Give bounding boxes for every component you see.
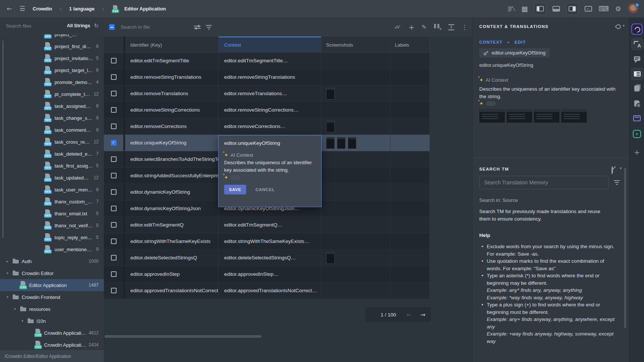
identifier-cell[interactable]: editor.approvedInStep bbox=[125, 266, 219, 282]
file-item[interactable]: task_assigned_… 8 bbox=[0, 100, 104, 112]
screenshots-cell[interactable] bbox=[321, 102, 390, 118]
expand-arrow-icon[interactable]: ▾ bbox=[5, 295, 10, 299]
sidebar-scrollbar[interactable] bbox=[2, 40, 4, 238]
toggle-bottom-panel-button[interactable] bbox=[552, 6, 560, 12]
row-checkbox[interactable] bbox=[111, 124, 117, 129]
more-options-icon[interactable]: ⋮ bbox=[461, 24, 468, 31]
row-checkbox[interactable] bbox=[111, 58, 117, 63]
approve-all-icon[interactable]: ✓✓ bbox=[394, 24, 402, 31]
context-cell[interactable]: editor.stringWithTheSameKeyExists… bbox=[219, 233, 321, 249]
row-checkbox[interactable] bbox=[111, 189, 117, 195]
screenshots-cell[interactable] bbox=[321, 151, 390, 167]
row-checkbox[interactable] bbox=[111, 288, 117, 293]
browser-preview-button[interactable] bbox=[631, 113, 643, 124]
tree-item[interactable]: Crowdin Applicatio… 2424 bbox=[0, 339, 104, 350]
add-string-icon[interactable]: + bbox=[409, 23, 415, 31]
screenshot-thumb[interactable] bbox=[561, 109, 587, 123]
labels-cell[interactable] bbox=[390, 135, 430, 151]
grid-view-icon[interactable]: ▦ bbox=[521, 5, 528, 12]
tree-item[interactable]: ▸ Auth 1000 bbox=[0, 255, 104, 267]
tree-item[interactable]: ▾ l10n bbox=[0, 315, 104, 327]
table-row[interactable]: editor.approvedTranslationIsNotCorrect… … bbox=[104, 283, 430, 299]
screenshot-thumb[interactable] bbox=[507, 109, 532, 123]
string-key-chip[interactable]: editor.uniqueKeyOfString bbox=[479, 48, 550, 57]
context-cell[interactable]: editor.editTmSegmentTitle… bbox=[219, 53, 321, 69]
panel-scrollbar[interactable] bbox=[624, 168, 626, 328]
screenshot-thumb[interactable] bbox=[337, 137, 346, 149]
labels-cell[interactable] bbox=[390, 200, 430, 216]
edit-icon[interactable]: ✎ bbox=[422, 24, 427, 31]
comments-button[interactable] bbox=[631, 53, 643, 64]
file-info-button[interactable] bbox=[631, 98, 643, 109]
tree-item[interactable]: ▾ resources bbox=[0, 303, 104, 315]
identifier-cell[interactable]: editor.editTmSegmentTitle bbox=[125, 53, 219, 69]
breadcrumb-file[interactable]: Editor Application bbox=[124, 6, 166, 12]
labels-cell[interactable] bbox=[390, 85, 430, 102]
screenshots-cell[interactable] bbox=[321, 233, 390, 249]
column-header-context[interactable]: Context bbox=[219, 37, 321, 52]
labels-cell[interactable] bbox=[390, 184, 430, 200]
menu-icon[interactable]: ☰ bbox=[19, 6, 25, 12]
pin-off-icon[interactable] bbox=[612, 166, 613, 174]
row-checkbox[interactable] bbox=[111, 156, 117, 162]
identifier-cell[interactable]: editor.removeTranslations bbox=[125, 85, 219, 102]
screenshots-cell[interactable] bbox=[321, 53, 390, 69]
file-item[interactable]: task_comment… 8 bbox=[0, 124, 104, 136]
file-item[interactable]: thanx_custom_… 7 bbox=[0, 196, 104, 207]
labels-cell[interactable] bbox=[390, 102, 430, 118]
row-checkbox[interactable] bbox=[111, 238, 117, 244]
file-item[interactable]: task_first_assig… 5 bbox=[0, 160, 104, 172]
add-tool-button[interactable]: + bbox=[631, 147, 643, 158]
context-cell[interactable]: editor.deleteSelectedStringsQ… bbox=[219, 250, 321, 266]
identifier-cell[interactable]: editor.selectBranchesToAddTheStringTo bbox=[125, 151, 219, 167]
breadcrumb-language[interactable]: 1 language bbox=[69, 6, 95, 12]
file-item[interactable]: task_user_ment… 8 bbox=[0, 184, 104, 196]
screenshot-thumb[interactable] bbox=[326, 252, 335, 264]
file-item[interactable]: pt_complete_t… 12 bbox=[0, 88, 104, 100]
chevron-down-icon[interactable]: ▾ bbox=[623, 24, 625, 28]
toggle-left-panel-button[interactable] bbox=[534, 3, 546, 15]
file-item[interactable]: project_… bbox=[0, 34, 104, 40]
screenshots-cell[interactable] bbox=[321, 69, 390, 85]
screenshots-cell[interactable] bbox=[321, 168, 390, 184]
table-row[interactable]: editor.removeStringTranslations editor.r… bbox=[104, 69, 430, 85]
tm-filter-icon[interactable] bbox=[614, 180, 620, 185]
identifier-cell[interactable]: editor.removeCorrections bbox=[125, 118, 219, 134]
table-row[interactable]: editor.removeCorrections editor.removeCo… bbox=[104, 118, 430, 135]
save-button[interactable]: SAVE bbox=[224, 185, 246, 194]
context-cell[interactable]: editor.removeTranslations… bbox=[219, 85, 321, 102]
draft-list-icon[interactable]: ✎ bbox=[508, 6, 515, 12]
back-icon[interactable]: ← bbox=[7, 6, 12, 12]
ai-assistant-app-icon[interactable] bbox=[631, 24, 643, 35]
identifier-cell[interactable]: editor.dynamicKeyOfStringJson bbox=[125, 200, 219, 216]
identifier-cell[interactable]: editor.stringAddedSuccessfullyEnterprise bbox=[125, 168, 219, 184]
tab-context[interactable]: CONTEXT bbox=[479, 40, 502, 44]
labels-cell[interactable] bbox=[390, 118, 430, 134]
previous-page-icon[interactable]: ← bbox=[406, 311, 411, 318]
glossary-button[interactable] bbox=[631, 83, 643, 94]
toggle-right-panel-button[interactable] bbox=[566, 3, 578, 15]
tree-item[interactable]: ▾ Crowdin Frontend bbox=[0, 291, 104, 303]
expand-arrow-icon[interactable]: ▾ bbox=[20, 319, 25, 323]
labels-cell[interactable] bbox=[390, 217, 430, 233]
screenshot-thumb[interactable] bbox=[348, 137, 356, 149]
context-cell[interactable]: editor.approvedInStep… bbox=[219, 266, 321, 282]
context-cell[interactable]: editor.approvedTranslationIsNotCorrect… bbox=[219, 283, 321, 299]
refresh-icon[interactable]: ↻ bbox=[94, 22, 99, 29]
screenshots-cell[interactable] bbox=[321, 85, 390, 102]
identifier-cell[interactable]: editor.uniqueKeyOfString bbox=[125, 135, 219, 151]
file-item[interactable]: task_change_st… 9 bbox=[0, 112, 104, 124]
screenshot-thumb[interactable] bbox=[326, 88, 335, 100]
identifier-cell[interactable]: editor.stringWithTheSameKeyExists bbox=[125, 233, 219, 249]
expand-arrow-icon[interactable]: ▾ bbox=[5, 271, 10, 275]
machine-translation-button[interactable] bbox=[631, 38, 643, 50]
user-avatar[interactable] bbox=[628, 3, 639, 15]
identifier-cell[interactable]: editor.dynamicKeyOfString bbox=[125, 184, 219, 200]
labels-cell[interactable] bbox=[390, 69, 430, 85]
row-checkbox[interactable] bbox=[111, 74, 117, 80]
search-files-input[interactable] bbox=[5, 23, 63, 29]
screenshot-thumb[interactable] bbox=[326, 121, 335, 132]
next-page-icon[interactable]: → bbox=[421, 311, 425, 318]
labels-cell[interactable] bbox=[390, 53, 430, 69]
labels-cell[interactable] bbox=[390, 233, 430, 249]
